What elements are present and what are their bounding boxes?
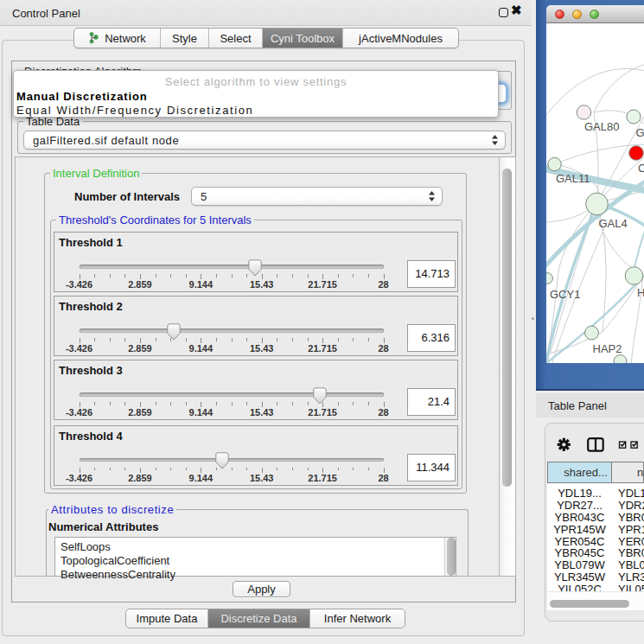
svg-text:GAL80: GAL80 bbox=[584, 120, 619, 133]
svg-text:HAP2: HAP2 bbox=[593, 342, 622, 355]
svg-text:H: H bbox=[637, 286, 644, 299]
svg-text:GCY1: GCY1 bbox=[550, 288, 580, 301]
svg-text:G: G bbox=[636, 126, 644, 139]
svg-text:GAL4: GAL4 bbox=[599, 217, 628, 230]
svg-text:C: C bbox=[638, 162, 644, 175]
svg-text:GAL11: GAL11 bbox=[556, 172, 590, 185]
